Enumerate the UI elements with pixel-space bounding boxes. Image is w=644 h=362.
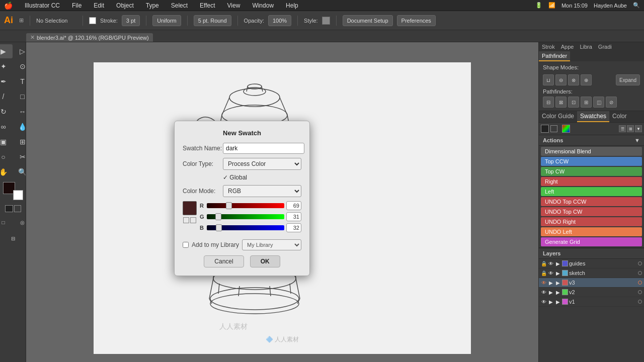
doc-setup-btn[interactable]: Document Setup xyxy=(343,15,393,26)
edit-menu[interactable]: Edit xyxy=(92,2,106,9)
uniform-btn[interactable]: Uniform xyxy=(152,15,181,26)
b-value-input[interactable] xyxy=(286,223,301,232)
visibility-icon-v1[interactable]: 👁 xyxy=(541,299,547,305)
gradient-swatch[interactable] xyxy=(562,125,570,133)
color-mode-select[interactable]: RGB CMYK HSB xyxy=(223,185,301,197)
effect-menu[interactable]: Effect xyxy=(198,2,217,9)
lasso-tool[interactable]: ⊙ xyxy=(14,59,27,73)
fill-icon[interactable] xyxy=(5,205,13,212)
shape-builder-tool[interactable]: ○ xyxy=(0,150,13,164)
app-menu[interactable]: Illustrator CC xyxy=(23,2,62,9)
swatch-fg[interactable] xyxy=(541,125,549,133)
slice-tool[interactable]: ✂ xyxy=(14,150,27,164)
change-screen-mode[interactable]: ⊟ xyxy=(4,231,22,245)
apple-menu[interactable]: 🍎 xyxy=(4,2,13,10)
lock-icon-sketch[interactable]: 🔒 xyxy=(541,270,547,276)
swatch-options-icon[interactable]: ▼ xyxy=(635,125,642,132)
stroke-icon[interactable] xyxy=(14,205,21,212)
expand-icon-v1[interactable]: ▶ xyxy=(555,299,561,305)
action-undo-top-cw[interactable]: UNDO Top CW xyxy=(541,207,642,216)
action-top-ccw[interactable]: Top CCW xyxy=(541,157,642,166)
exclude-icon[interactable]: ⊕ xyxy=(581,74,592,85)
actions-options-icon[interactable]: ▼ xyxy=(634,137,640,143)
blend-tool[interactable]: ∞ xyxy=(0,120,13,134)
layer-target-v1[interactable] xyxy=(638,300,642,304)
lock-icon-guides[interactable]: 🔒 xyxy=(541,260,547,266)
window-menu[interactable]: Window xyxy=(250,2,276,9)
layer-target-sketch[interactable] xyxy=(638,271,642,275)
active-file-tab[interactable]: ✕ blender3.ai* @ 120.16% (RGB/GPU Previe… xyxy=(26,33,153,42)
ok-button[interactable]: OK xyxy=(250,255,280,267)
object-menu[interactable]: Object xyxy=(114,2,136,9)
color-type-select[interactable]: Process Color Spot Color xyxy=(223,158,301,170)
tab-color-guide[interactable]: Color Guide xyxy=(539,111,577,122)
scale-tool[interactable]: ↔ xyxy=(14,105,27,119)
unite-icon[interactable]: ⊔ xyxy=(543,74,554,85)
line-tool[interactable]: / xyxy=(0,89,13,104)
expand-button[interactable]: Expand xyxy=(616,74,640,85)
expand-icon-v3[interactable]: ▶ xyxy=(555,280,561,286)
tab-pathfinder[interactable]: Pathfinder xyxy=(539,51,570,61)
action-right[interactable]: Right xyxy=(541,177,642,186)
preferences-btn[interactable]: Preferences xyxy=(397,15,436,26)
layer-v1[interactable]: 👁 ▶ ▶ v1 xyxy=(539,297,644,307)
tab-appearance[interactable]: Appe xyxy=(558,42,577,51)
layer-v3[interactable]: 👁 ▶ ▶ v3 xyxy=(539,278,644,288)
trim-icon[interactable]: ⊠ xyxy=(555,97,567,108)
type-tool[interactable]: T xyxy=(14,74,27,88)
list-view-icon[interactable]: ☰ xyxy=(619,125,626,132)
layer-target-v2[interactable] xyxy=(638,290,642,294)
zoom-tool[interactable]: 🔍 xyxy=(14,165,27,179)
layer-sketch[interactable]: 🔒 👁 ▶ sketch xyxy=(539,268,644,278)
pen-tool[interactable]: ✒ xyxy=(0,74,13,88)
visibility-icon-v3[interactable]: 👁 xyxy=(541,280,547,286)
style-swatch[interactable] xyxy=(322,17,330,25)
tab-color[interactable]: Color xyxy=(609,111,630,122)
swatch-bg[interactable] xyxy=(550,125,557,132)
r-slider[interactable] xyxy=(207,203,284,208)
grid-view-icon[interactable]: ⊞ xyxy=(627,125,634,132)
normal-view[interactable]: □ xyxy=(0,215,13,229)
library-checkbox[interactable] xyxy=(183,242,189,248)
library-select[interactable]: My Library xyxy=(242,239,301,250)
hand-tool[interactable]: ✋ xyxy=(0,165,13,179)
mesh-tool[interactable]: ⊞ xyxy=(14,135,27,149)
action-undo-left[interactable]: UNDO Left xyxy=(541,227,642,236)
selection-tool[interactable]: ▶ xyxy=(0,44,13,58)
close-tab-icon[interactable]: ✕ xyxy=(30,34,35,41)
help-menu[interactable]: Help xyxy=(284,2,300,9)
r-value-input[interactable] xyxy=(286,201,301,210)
mask-view[interactable]: ◎ xyxy=(14,215,27,229)
layer-target-guides[interactable] xyxy=(638,261,642,265)
lock-icon-v2[interactable]: ▶ xyxy=(548,289,554,295)
background-color[interactable] xyxy=(13,190,23,200)
stroke-color-swatch[interactable] xyxy=(89,17,96,24)
round-btn[interactable]: 5 pt. Round xyxy=(194,15,231,26)
gradient-tool[interactable]: ▣ xyxy=(0,135,13,149)
expand-icon-v2[interactable]: ▶ xyxy=(555,289,561,295)
swatch-name-input[interactable] xyxy=(223,143,304,154)
search-icon[interactable]: 🔍 xyxy=(633,2,640,9)
tab-stroke[interactable]: Strok xyxy=(539,42,558,51)
outline-icon[interactable]: ◫ xyxy=(593,97,604,108)
tab-libraries[interactable]: Libra xyxy=(577,42,595,51)
divide-icon[interactable]: ⊟ xyxy=(543,97,554,108)
action-dimensional-blend[interactable]: Dimensional Blend xyxy=(541,147,642,156)
cancel-button[interactable]: Cancel xyxy=(204,255,244,267)
layer-v2[interactable]: 👁 ▶ ▶ v2 xyxy=(539,288,644,297)
action-left[interactable]: Left xyxy=(541,187,642,196)
rect-tool[interactable]: □ xyxy=(14,89,27,104)
b-slider[interactable] xyxy=(207,225,284,230)
tab-gradient[interactable]: Gradi xyxy=(595,42,615,51)
g-value-input[interactable] xyxy=(286,212,301,221)
type-menu[interactable]: Type xyxy=(144,2,161,9)
visibility-icon-sketch[interactable]: 👁 xyxy=(548,270,554,276)
direct-selection-tool[interactable]: ▷ xyxy=(14,44,27,58)
magic-wand-tool[interactable]: ✦ xyxy=(0,59,13,73)
view-menu[interactable]: View xyxy=(225,2,243,9)
crop-icon[interactable]: ⊞ xyxy=(581,97,592,108)
tab-swatches[interactable]: Swatches xyxy=(577,111,609,122)
file-menu[interactable]: File xyxy=(70,2,84,9)
lock-icon-v1[interactable]: ▶ xyxy=(548,299,554,305)
expand-icon-sketch[interactable]: ▶ xyxy=(555,270,561,276)
